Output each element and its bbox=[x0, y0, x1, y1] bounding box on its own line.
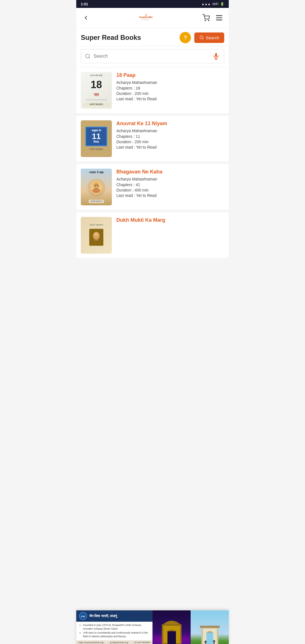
book-cover-anuvrat: अणुव्रत के 11 नियम आचार्य महाश्रमण bbox=[81, 120, 112, 157]
bhagavan-buddha-icon bbox=[89, 179, 104, 195]
svg-text:Sambodhi: Sambodhi bbox=[139, 15, 152, 19]
svg-point-11 bbox=[86, 54, 90, 58]
book-list: जानो और छोड़ो 18 पाप आचार्य महाश्रमण 18 … bbox=[76, 68, 229, 258]
book-cover-bhagavan: भगवान ने कहा आचार्य महाश्रमण bbox=[81, 169, 112, 205]
book-item-bhagavan[interactable]: भगवान ने कहा आचार्य महाश्रमण Bhagavan bbox=[76, 164, 229, 210]
bhagavan-cover-title: भगवान ने कहा bbox=[89, 171, 103, 174]
cover-number: 18 bbox=[91, 80, 102, 90]
status-bar: 1:51 ▲▲▲ WiFi 🔋 bbox=[76, 0, 229, 8]
book-title: Bhagavan Ne Kaha bbox=[116, 169, 224, 175]
book-last-read: Last read : Yet to Read bbox=[116, 97, 224, 101]
sambodhi-logo-svg: Sambodhi E-Library bbox=[138, 11, 154, 25]
search-top-icon bbox=[199, 35, 204, 40]
signal-icon: ▲▲▲ bbox=[201, 2, 211, 6]
svg-point-21 bbox=[94, 232, 98, 236]
cover-divider bbox=[86, 100, 107, 100]
book-duration: Duration : 200 min bbox=[116, 140, 224, 144]
book-author: Acharya Mahashraman bbox=[116, 177, 224, 181]
book-chapters: Chapters : 41 bbox=[116, 182, 224, 187]
app-logo: Sambodhi E-Library bbox=[91, 11, 201, 25]
svg-point-5 bbox=[208, 20, 209, 21]
anuvrat-plate-sub: नियम bbox=[88, 140, 104, 144]
anuvrat-author-tag: आचार्य महाश्रमण bbox=[90, 148, 103, 151]
book-item-dukh[interactable]: आचार्य महाश्रमण Dukh Mukti Ka Marg bbox=[76, 212, 229, 258]
header-icons bbox=[201, 13, 224, 23]
page-title-area: Super Read Books ? Search bbox=[76, 28, 229, 46]
cover-hindi-title: पाप bbox=[94, 92, 99, 97]
svg-point-17 bbox=[94, 185, 96, 187]
book-author: Acharya Mahashraman bbox=[116, 129, 224, 133]
search-bar bbox=[81, 49, 224, 63]
book-cover-dukh: आचार्य महाश्रमण bbox=[81, 217, 112, 254]
svg-point-9 bbox=[200, 36, 203, 39]
book-title: Anuvrat Ke 11 Niyam bbox=[116, 120, 224, 127]
search-input[interactable] bbox=[93, 54, 209, 59]
mic-button[interactable] bbox=[212, 52, 220, 60]
svg-point-4 bbox=[205, 20, 206, 21]
book-duration: Duration : 400 min bbox=[116, 188, 224, 192]
book-title: 18 Paap bbox=[116, 72, 224, 79]
page-title: Super Read Books bbox=[81, 34, 176, 42]
book-info-dukh: Dukh Mukti Ka Marg bbox=[116, 217, 224, 225]
search-bar-icon bbox=[85, 53, 91, 59]
status-time: 1:51 bbox=[81, 2, 88, 6]
book-item-18paap[interactable]: जानो और छोड़ो 18 पाप आचार्य महाश्रमण 18 … bbox=[76, 68, 229, 114]
svg-point-19 bbox=[92, 188, 100, 193]
status-icons: ▲▲▲ WiFi 🔋 bbox=[201, 2, 224, 6]
svg-text:E-Library: E-Library bbox=[141, 19, 150, 20]
book-chapters: Chapters : 11 bbox=[116, 134, 224, 139]
book-duration: Duration : 200 min bbox=[116, 91, 224, 96]
bhagavan-author-tag: आचार्य महाश्रमण bbox=[89, 200, 104, 203]
anuvrat-sign-plate: अणुव्रत के 11 नियम bbox=[85, 127, 107, 146]
battery-icon: 🔋 bbox=[220, 2, 224, 6]
svg-line-10 bbox=[203, 38, 204, 39]
cart-button[interactable] bbox=[201, 13, 211, 23]
book-info-anuvrat: Anuvrat Ke 11 Niyam Acharya Mahashraman … bbox=[116, 120, 224, 150]
book-cover-18paap: जानो और छोड़ो 18 पाप आचार्य महाश्रमण bbox=[81, 72, 112, 109]
menu-button[interactable] bbox=[214, 13, 224, 23]
svg-line-12 bbox=[89, 57, 90, 58]
book-author: Acharya Mahashraman bbox=[116, 80, 224, 85]
book-info-18paap: 18 Paap Acharya Mahashraman Chapters : 1… bbox=[116, 72, 224, 102]
svg-point-18 bbox=[97, 185, 99, 187]
cover-author: आचार्य महाश्रमण bbox=[83, 103, 110, 106]
book-info-bhagavan: Bhagavan Ne Kaha Acharya Mahashraman Cha… bbox=[116, 169, 224, 199]
search-bar-area bbox=[76, 46, 229, 68]
help-button[interactable]: ? bbox=[180, 32, 191, 43]
dukh-cover-art bbox=[89, 229, 103, 246]
dukh-top-text: आचार्य महाश्रमण bbox=[90, 224, 103, 227]
wifi-icon: WiFi bbox=[212, 2, 219, 6]
back-button[interactable] bbox=[81, 13, 91, 23]
book-last-read: Last read : Yet to Read bbox=[116, 145, 224, 149]
book-last-read: Last read : Yet to Read bbox=[116, 193, 224, 198]
book-item-anuvrat[interactable]: अणुव्रत के 11 नियम आचार्य महाश्रमण Anuvr… bbox=[76, 116, 229, 162]
anuvrat-plate-num: 11 bbox=[88, 132, 104, 140]
book-title: Dukh Mukti Ka Marg bbox=[116, 217, 224, 223]
book-chapters: Chapters : 18 bbox=[116, 86, 224, 90]
cover-top-text: जानो और छोड़ो bbox=[83, 74, 110, 77]
app-header: Sambodhi E-Library bbox=[76, 8, 229, 28]
search-top-button[interactable]: Search bbox=[194, 32, 224, 43]
